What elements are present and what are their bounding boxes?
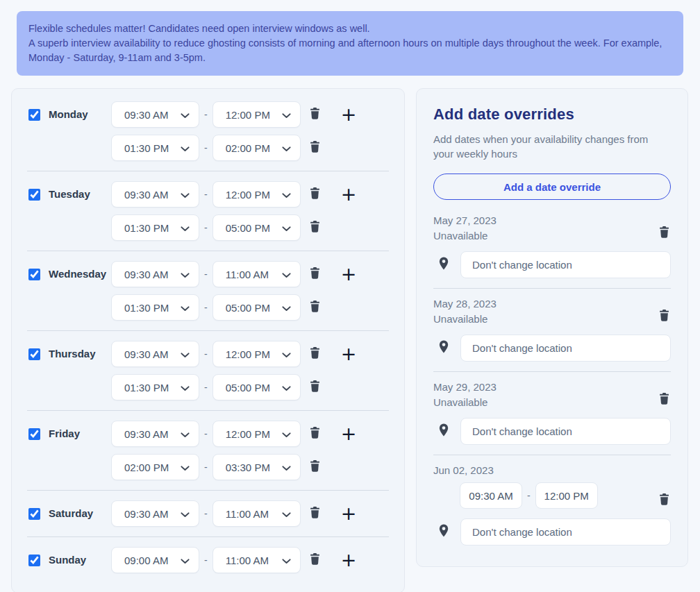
day-enabled-checkbox[interactable] [28,348,40,360]
time-range-separator: - [204,462,208,473]
delete-override-button[interactable] [659,493,669,507]
start-time-select[interactable]: 09:30 AM [111,101,199,128]
delete-slot-button[interactable] [310,267,320,281]
delete-slot-button[interactable] [310,507,320,521]
date-override-item: May 29, 2023 Unavailable [433,371,671,455]
day-enabled-checkbox[interactable] [28,428,40,440]
override-header: May 28, 2023 Unavailable [433,297,671,326]
add-slot-button[interactable]: + [341,187,357,201]
info-banner: Flexible schedules matter! Candidates ne… [17,11,683,76]
start-time-select[interactable]: 01:30 PM [111,374,199,400]
start-time-select[interactable]: 09:30 AM [111,261,199,287]
add-slot-button[interactable]: + [341,553,357,567]
delete-slot-button[interactable] [310,347,320,361]
end-time-select[interactable]: 11:00 AM [212,547,301,573]
delete-slot-button[interactable] [310,380,320,394]
end-time-select[interactable]: 11:00 AM [212,500,301,527]
end-time-select[interactable]: 02:00 PM [212,135,301,161]
start-time-select[interactable]: 09:30 AM [111,341,199,367]
trash-icon [310,267,320,281]
end-time-select[interactable]: 05:00 PM [212,214,301,241]
start-time-select[interactable]: 02:00 PM [111,454,199,480]
delete-slot-button[interactable] [310,460,320,474]
banner-line-1: Flexible schedules matter! Candidates ne… [28,22,672,36]
delete-override-button[interactable] [659,226,669,240]
end-time-value: 11:00 AM [226,269,269,280]
delete-override-button[interactable] [659,310,669,323]
end-time-value: 12:00 PM [226,428,270,440]
end-time-select[interactable]: 12:00 PM [212,341,301,367]
end-time-select[interactable]: 12:00 PM [212,101,301,128]
delete-slot-button[interactable] [310,221,320,235]
start-time-value: 01:30 PM [124,142,169,154]
chevron-down-icon [181,269,190,280]
override-info: May 27, 2023 Unavailable [433,214,497,243]
override-status: Unavailable [433,396,497,409]
add-slot-button[interactable]: + [341,347,357,361]
add-slot-button[interactable]: + [341,108,357,121]
start-time-value: 09:30 AM [124,189,168,201]
time-range-separator: - [204,222,208,233]
date-overrides-list: May 27, 2023 Unavailable [433,205,671,555]
weekly-day-row: Wednesday 09:30 AM - 11:00 AM + [27,251,389,330]
weekly-day-row: Sunday 09:00 AM - 11:00 AM + [27,536,389,583]
chevron-down-icon [181,222,190,234]
chevron-down-icon [181,109,190,121]
delete-slot-button[interactable] [310,427,320,441]
add-slot-button[interactable]: + [341,427,357,441]
delete-slot-button[interactable] [310,301,320,314]
delete-override-button[interactable] [659,393,669,407]
override-end-time[interactable]: 12:00 PM [535,482,598,509]
trash-icon [310,141,320,155]
day-toggle-group: Thursday [28,341,111,400]
chevron-down-icon [282,269,291,280]
day-enabled-checkbox[interactable] [28,269,40,280]
end-time-select[interactable]: 12:00 PM [212,421,301,447]
trash-icon [659,493,669,507]
day-toggle-group: Sunday [28,547,111,573]
chevron-down-icon [181,348,190,360]
start-time-select[interactable]: 09:00 AM [111,547,199,573]
delete-slot-button[interactable] [310,108,320,121]
time-slot-row: 09:30 AM - 12:00 PM + [111,341,356,367]
delete-slot-button[interactable] [310,141,320,155]
day-enabled-checkbox[interactable] [28,109,40,121]
start-time-select[interactable]: 09:30 AM [111,181,199,208]
time-range-separator: - [527,490,531,501]
add-slot-button[interactable]: + [341,267,357,281]
add-slot-button[interactable]: + [341,507,357,521]
delete-slot-button[interactable] [310,553,320,567]
chevron-down-icon [282,462,291,473]
end-time-select[interactable]: 05:00 PM [212,374,301,400]
end-time-select[interactable]: 11:00 AM [212,261,301,287]
weekly-hours-panel: Monday 09:30 AM - 12:00 PM + [11,88,405,592]
day-enabled-checkbox[interactable] [28,189,40,201]
start-time-select[interactable]: 01:30 PM [111,214,199,241]
end-time-select[interactable]: 12:00 PM [212,181,301,208]
add-date-override-button[interactable]: Add a date override [433,174,671,200]
delete-slot-button[interactable] [310,187,320,201]
override-start-time[interactable]: 09:30 AM [460,482,522,509]
day-enabled-checkbox[interactable] [28,555,40,566]
start-time-value: 01:30 PM [124,382,169,394]
time-range-separator: - [204,142,208,153]
location-input[interactable] [460,335,671,362]
trash-icon [310,460,320,474]
end-time-select[interactable]: 03:30 PM [212,454,301,480]
plus-icon: + [341,553,357,567]
day-slots: 09:30 AM - 11:00 AM + [111,500,356,527]
start-time-select[interactable]: 09:30 AM [111,421,199,447]
end-time-select[interactable]: 05:00 PM [212,294,301,321]
weekly-days-list: Monday 09:30 AM - 12:00 PM + [27,92,389,583]
start-time-select[interactable]: 01:30 PM [111,294,199,321]
time-slot-row: 01:30 PM - 05:00 PM [111,294,356,321]
start-time-select[interactable]: 09:30 AM [111,500,199,527]
day-enabled-checkbox[interactable] [28,508,40,520]
location-input[interactable] [460,418,671,445]
chevron-down-icon [282,382,291,394]
plus-icon: + [341,267,357,281]
location-input[interactable] [460,251,671,278]
start-time-select[interactable]: 01:30 PM [111,135,199,161]
location-input[interactable] [460,518,671,546]
chevron-down-icon [282,428,291,440]
